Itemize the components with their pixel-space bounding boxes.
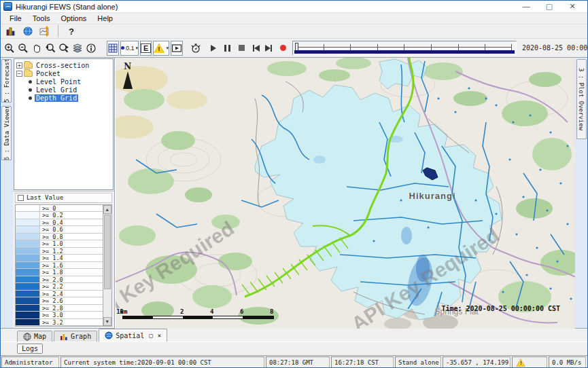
animation-settings-icon[interactable]: [190, 41, 202, 55]
time-slider-ticks: [297, 44, 512, 50]
database-icon[interactable]: [3, 24, 18, 38]
map-canvas: [116, 58, 575, 329]
record-button[interactable]: [279, 41, 287, 55]
legend-row: >= 1.4: [16, 255, 103, 262]
pause-button[interactable]: [224, 41, 231, 55]
zoom-out-icon[interactable]: [17, 41, 29, 55]
legend-color-swatch: [16, 205, 40, 212]
warning-icon: !: [517, 358, 525, 366]
scale-chart-icon[interactable]: [37, 24, 52, 38]
last-value-checkbox[interactable]: [18, 195, 24, 201]
status-gmt-time: 08:27:18 GMT: [266, 356, 330, 368]
time-slider-range-bar: [294, 50, 515, 54]
legend-row-label: >= 1.4: [40, 255, 103, 261]
stop-button[interactable]: [238, 41, 245, 55]
scrollbar-thumb[interactable]: [104, 215, 111, 289]
minimize-button[interactable]: —: [522, 2, 530, 11]
folder-icon: [24, 71, 33, 77]
legend-color-swatch: [16, 262, 40, 269]
map-toolbar: 0.1 ▾ E ! ▾ 2020-08-25 00:00:00 CST: [1, 39, 587, 58]
tree-leaf-level-grid[interactable]: Level Grid: [16, 86, 113, 94]
time-slider[interactable]: [292, 41, 517, 56]
status-warning[interactable]: !: [512, 356, 547, 368]
grid-display-button[interactable]: [107, 41, 119, 56]
application-window: Hikurangi FEWS (Stand alone) — ▢ ✕ File …: [0, 0, 588, 368]
legend-row: >= 0.4: [16, 219, 103, 227]
tab-spatial[interactable]: Spatial ▢ ✕: [99, 329, 167, 342]
help-button[interactable]: ?: [64, 24, 79, 38]
zoom-next-icon[interactable]: [58, 41, 70, 55]
play-button[interactable]: [210, 41, 217, 55]
legend-row-label: >= 0.2: [40, 212, 103, 219]
legend-color-swatch: [16, 319, 40, 326]
contour-threshold-dropdown[interactable]: 0.1 ▾: [120, 41, 139, 56]
tree-node-pocket[interactable]: − Pocket: [16, 69, 113, 77]
layers-icon[interactable]: [71, 41, 84, 55]
title-bar: Hikurangi FEWS (Stand alone) — ▢ ✕: [1, 1, 587, 13]
legend-row-label: >= 0.6: [40, 226, 103, 233]
bullet-icon: [29, 96, 32, 100]
threshold-dot-icon: [121, 46, 124, 50]
legend-row: >= 0.2: [16, 212, 103, 219]
tab-data-viewer[interactable]: 6 : Data Viewer: [1, 106, 12, 160]
legend-row-label: >= 1.0: [40, 240, 103, 247]
tab-forecast[interactable]: 5 : Forecast: [1, 59, 12, 103]
status-system-time: Current system time:2020-09-01 00:00 CST: [60, 356, 264, 368]
map-view[interactable]: N km 246810 Hikurangi Springs Flat Time:…: [115, 58, 575, 329]
tree-leaf-level-point[interactable]: Level Point: [16, 77, 113, 86]
tab-close-icon[interactable]: ✕: [158, 332, 161, 339]
tab-map[interactable]: Map: [17, 331, 52, 342]
main-area: 5 : Forecast 6 : Data Viewer + Cross-sec…: [1, 58, 587, 329]
legend-row: >= 2.0: [16, 276, 103, 284]
main-toolbar: ?: [1, 24, 587, 39]
collapse-icon[interactable]: −: [16, 71, 22, 77]
skip-to-start-button[interactable]: [252, 41, 260, 55]
logs-button[interactable]: Logs: [17, 344, 43, 354]
thresholds-warning-dropdown[interactable]: ! ▾: [153, 41, 169, 56]
legend-color-swatch: [16, 305, 40, 312]
legend-row-label: >= 2.8: [40, 305, 103, 312]
legend-row: >= 2.2: [16, 283, 103, 291]
scroll-up-icon[interactable]: ▲: [103, 205, 111, 214]
legend-row: >= 1.0: [16, 240, 103, 248]
animation-movie-button[interactable]: [171, 41, 183, 56]
right-tab-strip: 3 : Plot Overview: [575, 58, 587, 328]
legend-row-label: >= 0: [40, 205, 103, 212]
menu-file[interactable]: File: [5, 14, 27, 23]
tab-graph[interactable]: Graph: [54, 331, 97, 342]
view-tab-bar: Map Graph Spatial ▢ ✕: [1, 329, 587, 342]
logs-row: Logs: [1, 342, 587, 355]
legend-table: >= 0 >= 0.2 >= 0.4: [15, 204, 112, 327]
legend-row-label: >= 2.2: [40, 283, 103, 290]
scroll-down-icon[interactable]: ▼: [103, 317, 111, 326]
menu-options[interactable]: Options: [56, 14, 91, 23]
app-icon: [3, 2, 12, 11]
tab-maximize-icon[interactable]: ▢: [149, 332, 152, 339]
info-icon[interactable]: [85, 41, 97, 55]
tab-plot-overview[interactable]: 3 : Plot Overview: [576, 59, 587, 139]
expand-icon[interactable]: +: [16, 62, 22, 69]
tree-leaf-depth-grid[interactable]: Depth Grid: [16, 94, 113, 102]
legend-row: >= 3.2: [16, 319, 103, 327]
close-button[interactable]: ✕: [568, 2, 576, 11]
menu-help[interactable]: Help: [92, 14, 118, 23]
legend-row: >= 0.8: [16, 234, 103, 241]
tree-node-cross-section[interactable]: + Cross-section: [16, 61, 113, 69]
maximize-button[interactable]: ▢: [545, 2, 553, 11]
legend-scrollbar[interactable]: ▲ ▼: [103, 205, 111, 327]
pan-hand-icon[interactable]: [31, 41, 43, 55]
zoom-previous-icon[interactable]: [44, 41, 56, 55]
layer-tree[interactable]: + Cross-section − Pocket Level Point Lev…: [14, 58, 114, 190]
skip-to-end-button[interactable]: [264, 41, 273, 55]
zoom-in-icon[interactable]: [3, 41, 16, 55]
status-mode: Stand alone: [395, 356, 441, 368]
legend-color-swatch: [16, 276, 40, 283]
legend-row: >= 0.6: [16, 226, 103, 234]
chevron-down-icon: ▾: [136, 45, 139, 51]
legend-row: >= 1.8: [16, 269, 103, 276]
globe-icon[interactable]: [20, 24, 35, 38]
menu-tools[interactable]: Tools: [28, 14, 55, 23]
legend-color-swatch: [16, 219, 40, 226]
gauge-scale-button[interactable]: E: [140, 41, 152, 56]
legend-title: Last Value: [27, 194, 63, 201]
